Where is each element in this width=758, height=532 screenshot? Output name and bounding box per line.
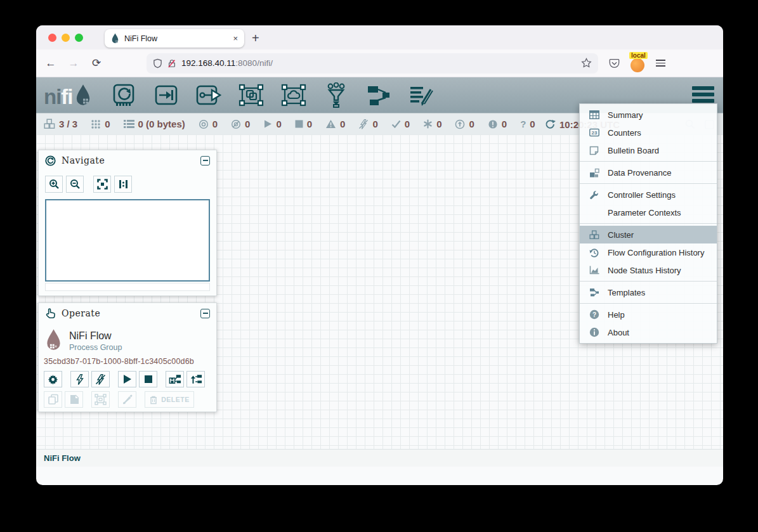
- insecure-lock-icon[interactable]: [167, 58, 176, 68]
- templates-icon: [589, 288, 599, 297]
- url-text[interactable]: 192.168.40.11:8080/nifi/: [181, 58, 576, 68]
- browser-navbar: ← → ⟳ 192.168.40.11:8080/nifi/ local: [36, 49, 723, 77]
- zoom-in-button[interactable]: [45, 176, 63, 193]
- stat-not-transmitting: 0: [231, 119, 250, 129]
- nifi-logo: nifi: [44, 84, 92, 107]
- stat-sync-failure: ? 0: [520, 119, 535, 129]
- url-host: 192.168.40.11: [181, 58, 235, 68]
- start-button[interactable]: [118, 371, 136, 387]
- operate-collapse-button[interactable]: [200, 309, 210, 318]
- tab-title: NiFi Flow: [124, 34, 228, 43]
- navigate-palette: Navigate: [38, 150, 217, 296]
- selection-type: Process Group: [69, 343, 122, 352]
- summary-icon: [589, 110, 599, 119]
- input-port-component[interactable]: [152, 82, 180, 108]
- bookmark-star-icon[interactable]: [581, 58, 592, 68]
- menu-item-cluster[interactable]: Cluster: [580, 226, 717, 243]
- menu-item-parameter-contexts[interactable]: Parameter Contexts: [580, 204, 717, 221]
- browser-tab[interactable]: NiFi Flow ×: [105, 29, 244, 48]
- back-icon[interactable]: ←: [42, 57, 59, 70]
- browser-window: NiFi Flow × + ← → ⟳ 192.168.40.11:8080/n…: [36, 25, 723, 485]
- stat-invalid: 0: [325, 119, 345, 129]
- menu-label: Templates: [608, 288, 645, 297]
- component-palette: [110, 82, 435, 108]
- global-menu-icon[interactable]: [692, 86, 714, 103]
- template-component[interactable]: [365, 82, 393, 108]
- copy-button[interactable]: [44, 391, 62, 408]
- color-button[interactable]: [118, 391, 136, 408]
- tab-close-icon[interactable]: ×: [233, 34, 238, 43]
- disable-button[interactable]: [91, 371, 110, 387]
- menu-item-about[interactable]: About: [580, 323, 717, 341]
- save-template-button[interactable]: [166, 371, 184, 387]
- pocket-icon[interactable]: [608, 58, 620, 69]
- url-path: :8080/nifi/: [235, 58, 273, 68]
- menu-label: Data Provenance: [608, 168, 671, 178]
- close-window-button[interactable]: [48, 34, 56, 42]
- navigate-title: Navigate: [62, 155, 195, 165]
- nifi-favicon: [111, 33, 119, 44]
- processor-component[interactable]: [110, 82, 138, 108]
- birdseye-slider[interactable]: [45, 283, 210, 291]
- help-icon: ?: [589, 309, 599, 320]
- menu-label: Controller Settings: [608, 190, 676, 200]
- navigate-buttons: [39, 171, 216, 197]
- funnel-component[interactable]: [322, 82, 350, 108]
- group-button[interactable]: [91, 391, 110, 408]
- reload-icon[interactable]: ⟳: [88, 56, 105, 70]
- remote-process-group-component[interactable]: [280, 82, 308, 108]
- stat-disabled: 0: [358, 119, 377, 129]
- forward-icon[interactable]: →: [65, 57, 82, 70]
- configure-button[interactable]: [44, 371, 62, 387]
- menu-divider: [580, 183, 717, 184]
- chrome-right-cluster: local: [608, 56, 665, 71]
- menu-item-counters[interactable]: 23 Counters: [580, 124, 717, 141]
- shield-icon[interactable]: [153, 58, 162, 68]
- profile-avatar[interactable]: local: [631, 56, 646, 71]
- delete-button[interactable]: DELETE: [145, 391, 194, 408]
- new-tab-button[interactable]: +: [252, 30, 259, 46]
- minimize-window-button[interactable]: [62, 34, 70, 42]
- selection-name: NiFi Flow: [69, 330, 122, 342]
- stat-stale: 0: [455, 119, 474, 129]
- navigate-compass-icon: [45, 155, 56, 166]
- url-bar[interactable]: 192.168.40.11:8080/nifi/: [147, 53, 598, 74]
- stat-up-to-date: 0: [391, 119, 410, 129]
- zoom-fit-button[interactable]: [93, 176, 111, 193]
- menu-label: Counters: [608, 128, 641, 138]
- global-menu: Summary 23 Counters Bulletin Board Data …: [579, 103, 717, 344]
- navigate-collapse-button[interactable]: [200, 156, 210, 165]
- zoom-out-button[interactable]: [66, 176, 84, 193]
- menu-divider: [580, 161, 717, 162]
- stop-button[interactable]: [139, 371, 157, 387]
- menu-item-help[interactable]: ? Help: [580, 306, 717, 323]
- label-component[interactable]: [407, 82, 435, 108]
- zoom-actual-size-button[interactable]: [114, 176, 132, 193]
- upload-template-button[interactable]: [186, 371, 205, 387]
- zoom-window-button[interactable]: [75, 34, 83, 42]
- avatar-image: [631, 58, 644, 72]
- enable-button[interactable]: [70, 371, 89, 387]
- menu-label: Bulletin Board: [608, 146, 659, 155]
- menu-item-summary[interactable]: Summary: [580, 106, 717, 124]
- menu-item-controller-settings[interactable]: Controller Settings: [580, 186, 717, 204]
- breadcrumb-root[interactable]: NiFi Flow: [44, 453, 81, 463]
- menu-item-flow-configuration-history[interactable]: Flow Configuration History: [580, 243, 717, 261]
- output-port-component[interactable]: [195, 82, 223, 108]
- container-tab-badge: local: [629, 52, 648, 59]
- stat-running: 0: [263, 119, 281, 129]
- operate-hand-icon: [45, 308, 56, 319]
- menu-item-templates[interactable]: Templates: [580, 283, 717, 301]
- process-group-component[interactable]: [237, 82, 265, 108]
- birdseye-minimap[interactable]: [45, 199, 210, 282]
- operate-palette: Operate NiFi Flow Process Group 35cbd3b7…: [38, 302, 217, 412]
- menu-label: Parameter Contexts: [608, 208, 681, 217]
- menu-item-bulletin-board[interactable]: Bulletin Board: [580, 141, 717, 159]
- menu-item-data-provenance[interactable]: Data Provenance: [580, 164, 717, 181]
- menu-item-node-status-history[interactable]: Node Status History: [580, 261, 717, 279]
- selection-id: 35cbd3b7-017b-1000-8bff-1c3405c00d6b: [39, 353, 216, 371]
- paste-button[interactable]: [65, 391, 83, 408]
- browser-menu-icon[interactable]: [656, 60, 665, 67]
- menu-label: About: [608, 328, 629, 337]
- about-icon: [589, 327, 599, 337]
